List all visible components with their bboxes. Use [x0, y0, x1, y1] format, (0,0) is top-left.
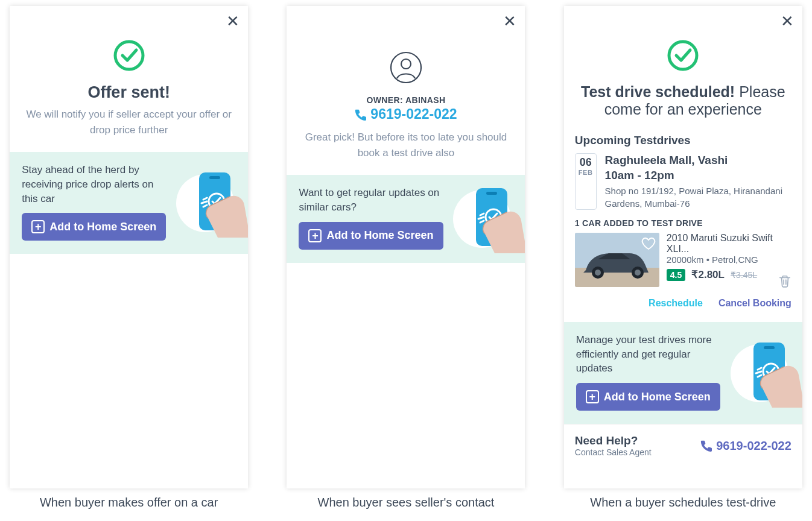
location-address: Shop no 191/192, Powai Plaza, Hiranandan…: [605, 185, 791, 210]
add-to-home-button[interactable]: + Add to Home Screen: [299, 222, 443, 250]
reschedule-button[interactable]: Reschedule: [649, 298, 703, 309]
screen-offer-sent: ✕ Offer sent! We will notify you if sell…: [10, 6, 248, 488]
date-month: FEB: [576, 169, 596, 176]
promo-band: Manage your test drives more efficiently…: [564, 322, 802, 424]
svg-point-10: [595, 270, 601, 276]
td-title-bold: Test drive scheduled!: [581, 83, 735, 100]
favorite-heart-icon[interactable]: [641, 236, 656, 251]
hand-phone-icon: [449, 180, 525, 258]
screen-seller-contact: ✕ OWNER: ABINASH 9619-022-022 Great pick…: [287, 6, 525, 488]
add-to-home-label: Add to Home Screen: [49, 221, 156, 233]
upcoming-label: Upcoming Testdrives: [575, 134, 791, 147]
check-circle-icon: [112, 39, 146, 72]
car-old-price: ₹3.45L: [731, 270, 757, 280]
phone-icon: [355, 109, 367, 121]
help-bar: Need Help? Contact Sales Agent 9619-022-…: [564, 424, 802, 467]
location-name: Raghuleela Mall, Vashi: [605, 153, 791, 168]
svg-point-12: [635, 270, 641, 276]
rating-badge: 4.5: [667, 269, 685, 281]
seller-phone-link[interactable]: 9619-022-022: [355, 106, 457, 122]
date-day: 06: [576, 156, 596, 169]
offer-subtitle: We will notify you if seller accept your…: [24, 107, 233, 137]
close-button[interactable]: ✕: [226, 12, 239, 31]
car-title: 2010 Maruti Suzuki Swift XLI...: [667, 233, 791, 254]
promo-text: Stay ahead of the herd by receiving pric…: [22, 163, 167, 206]
promo-band: Stay ahead of the herd by receiving pric…: [10, 152, 248, 254]
car-thumbnail[interactable]: [575, 233, 659, 287]
date-badge: 06 FEB: [575, 153, 597, 210]
testdrive-slot: 06 FEB Raghuleela Mall, Vashi 10am - 12p…: [575, 153, 791, 210]
contact-subtitle: Great pick! But before its too late you …: [301, 130, 510, 160]
add-to-home-button[interactable]: + Add to Home Screen: [22, 213, 166, 241]
add-to-home-label: Add to Home Screen: [604, 391, 711, 403]
caption: When buyer makes offer on a car: [40, 496, 218, 510]
screen-testdrive-scheduled: ✕ Test drive scheduled! Please come for …: [564, 6, 802, 488]
car-row: 2010 Maruti Suzuki Swift XLI... 20000km …: [575, 233, 791, 287]
close-button[interactable]: ✕: [781, 12, 794, 31]
hand-phone-icon: [726, 334, 802, 412]
add-to-home-button[interactable]: + Add to Home Screen: [576, 383, 720, 411]
promo-band: Want to get regular updates on similar c…: [287, 175, 525, 263]
car-count-label: 1 CAR ADDED TO TEST DRIVE: [575, 218, 791, 228]
caption: When buyer sees seller's contact: [318, 496, 495, 510]
plus-box-icon: +: [586, 390, 599, 403]
help-phone-link[interactable]: 9619-022-022: [700, 439, 791, 453]
add-to-home-label: Add to Home Screen: [326, 229, 433, 242]
caption: When a buyer schedules test-drive: [590, 496, 776, 510]
delete-car-button[interactable]: [778, 274, 791, 290]
promo-text: Want to get regular updates on similar c…: [299, 186, 443, 215]
help-phone-number: 9619-022-022: [716, 439, 791, 453]
promo-text: Manage your test drives more efficiently…: [576, 333, 721, 376]
cancel-booking-button[interactable]: Cancel Booking: [718, 298, 791, 309]
trash-icon: [778, 274, 791, 288]
help-title: Need Help?: [575, 434, 652, 447]
close-button[interactable]: ✕: [503, 12, 516, 31]
hand-phone-icon: [172, 164, 248, 242]
phone-icon: [700, 440, 712, 452]
offer-title: Offer sent!: [24, 83, 233, 102]
slot-time: 10am - 12pm: [605, 168, 791, 183]
plus-box-icon: +: [31, 220, 45, 233]
td-title: Test drive scheduled! Please come for an…: [579, 83, 788, 118]
car-price: ₹2.80L: [691, 269, 724, 280]
seller-phone-number: 9619-022-022: [370, 106, 457, 122]
plus-box-icon: +: [308, 229, 322, 242]
check-circle-icon: [666, 39, 700, 72]
help-subtitle: Contact Sales Agent: [575, 447, 652, 457]
car-subtitle: 20000km • Petrol,CNG: [667, 254, 791, 265]
owner-label: OWNER: ABINASH: [301, 95, 510, 105]
person-circle-icon: [389, 51, 423, 84]
